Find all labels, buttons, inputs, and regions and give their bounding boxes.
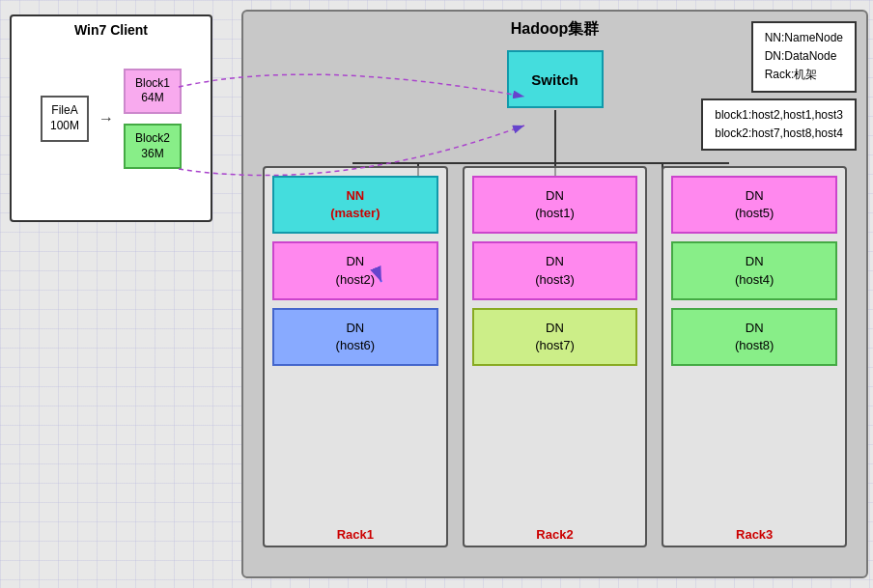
horizontal-line xyxy=(352,162,729,164)
rack1-dn6-line1: DN xyxy=(346,321,364,335)
hadoop-cluster-box: Hadoop集群 NN:NameNode DN:DataNode Rack:机架… xyxy=(241,10,868,578)
rack3-dn5-line1: DN xyxy=(746,188,764,203)
rack1-dn2-line2: (host2) xyxy=(336,272,375,287)
rack3-dn4-line1: DN xyxy=(746,254,764,268)
switch-down-line xyxy=(554,110,556,163)
legend-nn-line2: DN:DataNode xyxy=(765,47,843,66)
legend-nn-box: NN:NameNode DN:DataNode Rack:机架 xyxy=(751,21,857,93)
rack1-nn-line2: (master) xyxy=(330,206,380,220)
rack1-dn2-line1: DN xyxy=(346,254,364,268)
rack3-dn-host8: DN (host8) xyxy=(671,308,837,366)
rack3-dn4-line2: (host4) xyxy=(735,272,774,287)
rack2-dn3-line2: (host3) xyxy=(535,272,574,287)
legend-block-line2: block2:host7,host8,host4 xyxy=(715,125,843,143)
block1-box: Block1 64M xyxy=(124,69,182,114)
block2-box: Block2 36M xyxy=(124,124,182,169)
legend-block-line1: block1:host2,host1,host3 xyxy=(715,106,843,125)
rack1-nn-node: NN (master) xyxy=(272,176,438,234)
rack2-dn-host3: DN (host3) xyxy=(472,241,638,299)
legend-block-box: block1:host2,host1,host3 block2:host7,ho… xyxy=(701,98,857,151)
rack2-dn7-line2: (host7) xyxy=(535,338,574,352)
rack1-container: NN (master) DN (host2) DN (host6) Rack1 xyxy=(263,166,448,547)
rack3-dn8-line2: (host8) xyxy=(735,338,774,352)
filea-box: FileA 100M xyxy=(41,96,89,141)
block1-size: 64M xyxy=(135,91,170,106)
rack1-dn-host6: DN (host6) xyxy=(272,308,438,366)
rack2-dn1-line2: (host1) xyxy=(535,206,574,220)
filea-label: FileA xyxy=(50,103,79,119)
rack2-dn3-line1: DN xyxy=(546,254,564,268)
rack3-dn8-line1: DN xyxy=(746,321,764,335)
rack1-nn-line1: NN xyxy=(346,188,364,203)
rack3-container: DN (host5) DN (host4) DN (host8) Rack3 xyxy=(662,166,847,547)
rack3-dn-host4: DN (host4) xyxy=(671,241,837,299)
rack3-label: Rack3 xyxy=(736,527,773,542)
legend-nn-line1: NN:NameNode xyxy=(765,29,843,47)
filea-size: 100M xyxy=(50,119,79,134)
racks-row: NN (master) DN (host2) DN (host6) Rack1 … xyxy=(263,166,847,547)
block2-size: 36M xyxy=(135,147,170,162)
rack2-dn1-line1: DN xyxy=(546,188,564,203)
rack2-dn-host1: DN (host1) xyxy=(472,176,638,234)
switch-label: Switch xyxy=(531,71,577,88)
rack1-dn6-line2: (host6) xyxy=(336,338,375,352)
rack1-label: Rack1 xyxy=(337,527,374,542)
rack2-dn-host7: DN (host7) xyxy=(472,308,638,366)
rack3-dn5-line2: (host5) xyxy=(735,206,774,220)
win7-client-content: FileA 100M → Block1 64M Block2 36M xyxy=(12,42,211,196)
block1-label: Block1 xyxy=(135,76,170,92)
rack3-dn-host5: DN (host5) xyxy=(671,176,837,234)
arrow-icon: → xyxy=(99,110,114,127)
win7-client-box: Win7 Client FileA 100M → Block1 64M Bloc… xyxy=(10,14,212,222)
block2-label: Block2 xyxy=(135,131,170,147)
rack2-label: Rack2 xyxy=(536,527,573,542)
switch-box: Switch xyxy=(507,50,604,108)
rack2-container: DN (host1) DN (host3) DN (host7) Rack2 xyxy=(463,166,648,547)
blocks-column: Block1 64M Block2 36M xyxy=(124,69,182,169)
win7-client-title: Win7 Client xyxy=(12,16,211,42)
rack1-dn-host2: DN (host2) xyxy=(272,241,438,299)
legend-nn-line3: Rack:机架 xyxy=(765,66,843,84)
rack2-dn7-line1: DN xyxy=(546,321,564,335)
